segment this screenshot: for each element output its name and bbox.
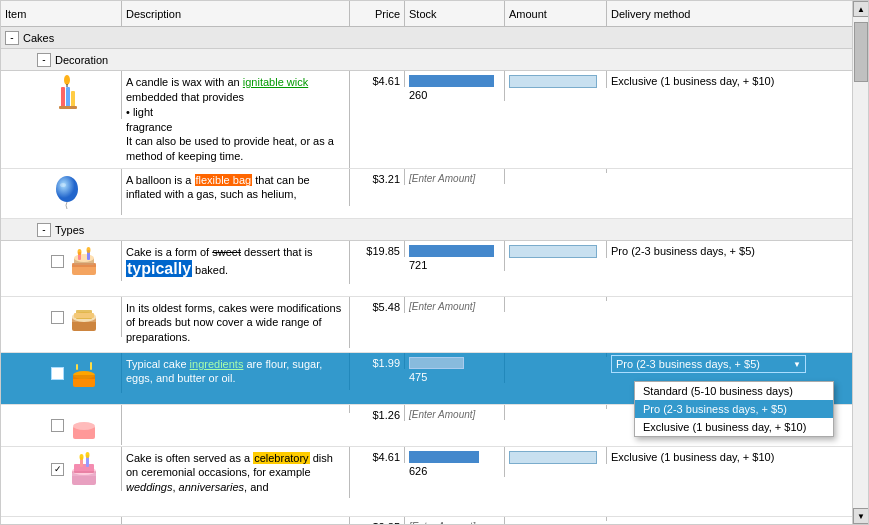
stock-cell-cake5: 626 — [405, 447, 505, 477]
checkbox-cake5[interactable]: ✓ — [51, 463, 64, 476]
stock-cell-cake1: 721 — [405, 241, 505, 271]
svg-point-34 — [78, 415, 82, 417]
expand-decoration-icon[interactable]: - — [37, 53, 51, 67]
group-decoration-label: Decoration — [55, 54, 108, 66]
svg-rect-23 — [73, 375, 95, 379]
svg-rect-2 — [61, 87, 65, 107]
cake2-image — [68, 301, 100, 333]
header-price: Price — [350, 1, 405, 26]
table-content: Item Description Price Stock Amount Deli… — [1, 1, 852, 525]
amount-input-candle[interactable] — [509, 75, 597, 88]
price-cell-cake1: $19.85 — [350, 241, 405, 257]
item-cell-cake1 — [1, 241, 122, 281]
cake5-image — [68, 451, 100, 487]
highlight-celebratory: celebratory — [253, 452, 309, 464]
svg-point-14 — [78, 249, 82, 255]
amount-cell-cake4 — [505, 405, 607, 409]
expand-types-icon[interactable]: - — [37, 223, 51, 237]
cake3-image — [68, 357, 100, 389]
amount-input-cake3[interactable] — [409, 357, 464, 369]
scroll-up-button[interactable]: ▲ — [853, 1, 869, 17]
scroll-down-button[interactable]: ▼ — [853, 508, 869, 524]
stock-cell-cake3: 475 — [405, 353, 505, 383]
amount-input-cake1[interactable] — [509, 245, 597, 258]
desc-cell-cake3: Typical cake ingredients are flour, suga… — [122, 353, 350, 390]
cake1-image — [68, 245, 100, 277]
option-exclusive[interactable]: Exclusive (1 business day, + $10) — [635, 418, 833, 436]
delivery-cell-cake5: Exclusive (1 business day, + $10) — [607, 447, 852, 463]
delivery-cell-cake2 — [607, 297, 852, 301]
price-cell-cake4: $1.26 — [350, 405, 405, 421]
item-cell-cake6 — [1, 517, 122, 525]
table-row: $2.85 [Enter Amount] — [1, 517, 852, 525]
group-decoration[interactable]: - Decoration — [1, 49, 852, 71]
delivery-cell-balloon — [607, 169, 852, 173]
delivery-cell-cake6 — [607, 517, 852, 521]
svg-rect-10 — [72, 263, 96, 267]
stock-bar-candle — [409, 75, 494, 87]
svg-rect-28 — [90, 362, 92, 370]
svg-rect-5 — [59, 106, 77, 109]
header-amount: Amount — [505, 1, 607, 26]
link-ignitable[interactable]: ignitable wick — [243, 76, 308, 88]
price-cell-balloon: $3.21 — [350, 169, 405, 185]
table-row: A balloon is a flexible bag that can be … — [1, 169, 852, 219]
item-cell-cake3 — [1, 353, 122, 393]
desc-cell-cake4 — [122, 405, 350, 413]
group-types-label: Types — [55, 224, 84, 236]
delivery-dropdown-options: Standard (5-10 business days) Pro (2-3 b… — [634, 381, 834, 437]
group-cakes-label: Cakes — [23, 32, 54, 44]
amount-cell-candle — [505, 71, 607, 88]
stock-cell-cake4: [Enter Amount] — [405, 405, 505, 420]
candle-image — [51, 75, 83, 115]
stock-bar-cake1 — [409, 245, 494, 257]
item-cell-balloon — [1, 169, 122, 215]
checkbox-cake2[interactable] — [51, 311, 64, 324]
checkbox-cake3[interactable] — [51, 367, 64, 380]
stock-cell-candle: 260 — [405, 71, 505, 101]
checkbox-cake4[interactable] — [51, 419, 64, 432]
group-cakes[interactable]: - Cakes — [1, 27, 852, 49]
delivery-cell-candle: Exclusive (1 business day, + $10) — [607, 71, 852, 87]
stock-bar-cake5 — [409, 451, 479, 463]
header-delivery: Delivery method — [607, 1, 852, 26]
svg-point-0 — [64, 75, 70, 85]
desc-cell-candle: A candle is wax with an ignitable wick e… — [122, 71, 350, 168]
balloon-image — [51, 173, 83, 211]
amount-input-cake5[interactable] — [509, 451, 597, 464]
stock-cell-balloon: [Enter Amount] — [405, 169, 505, 184]
svg-point-30 — [73, 422, 95, 430]
delivery-cell-cake1: Pro (2-3 business days, + $5) — [607, 241, 852, 257]
item-cell-cake5: ✓ — [1, 447, 122, 491]
svg-point-42 — [80, 454, 84, 460]
svg-rect-27 — [76, 364, 78, 370]
item-cell-cake4 — [1, 405, 122, 445]
group-types[interactable]: - Types — [1, 219, 852, 241]
dropdown-arrow-icon: ▼ — [793, 360, 801, 369]
option-standard[interactable]: Standard (5-10 business days) — [635, 382, 833, 400]
header-stock: Stock — [405, 1, 505, 26]
delivery-cell-cake3: Pro (2-3 business days, + $5) ▼ Standard… — [607, 353, 852, 373]
svg-point-43 — [86, 452, 90, 458]
svg-rect-3 — [66, 87, 70, 107]
scroll-thumb[interactable] — [854, 22, 868, 82]
table-row: A candle is wax with an ignitable wick e… — [1, 71, 852, 169]
delivery-dropdown-cake3[interactable]: Pro (2-3 business days, + $5) ▼ — [611, 355, 806, 373]
table-header: Item Description Price Stock Amount Deli… — [1, 1, 852, 27]
checkbox-cake1[interactable] — [51, 255, 64, 268]
amount-cell-cake1 — [505, 241, 607, 258]
desc-cell-balloon: A balloon is a flexible bag that can be … — [122, 169, 350, 206]
amount-cell-cake3 — [505, 353, 607, 357]
option-pro[interactable]: Pro (2-3 business days, + $5) — [635, 400, 833, 418]
link-ingredients[interactable]: ingredients — [190, 358, 244, 370]
item-cell-candle — [1, 71, 122, 119]
price-cell-cake6: $2.85 — [350, 517, 405, 525]
desc-cell-cake5: Cake is often served as a celebratory di… — [122, 447, 350, 498]
desc-cell-cake2: In its oldest forms, cakes were modifica… — [122, 297, 350, 348]
header-desc: Description — [122, 1, 350, 26]
svg-point-15 — [87, 247, 91, 253]
expand-cakes-icon[interactable]: - — [5, 31, 19, 45]
svg-point-7 — [60, 183, 66, 187]
price-cell-cake3: $1.99 — [350, 353, 405, 369]
scrollbar[interactable]: ▲ ▼ — [852, 1, 868, 524]
